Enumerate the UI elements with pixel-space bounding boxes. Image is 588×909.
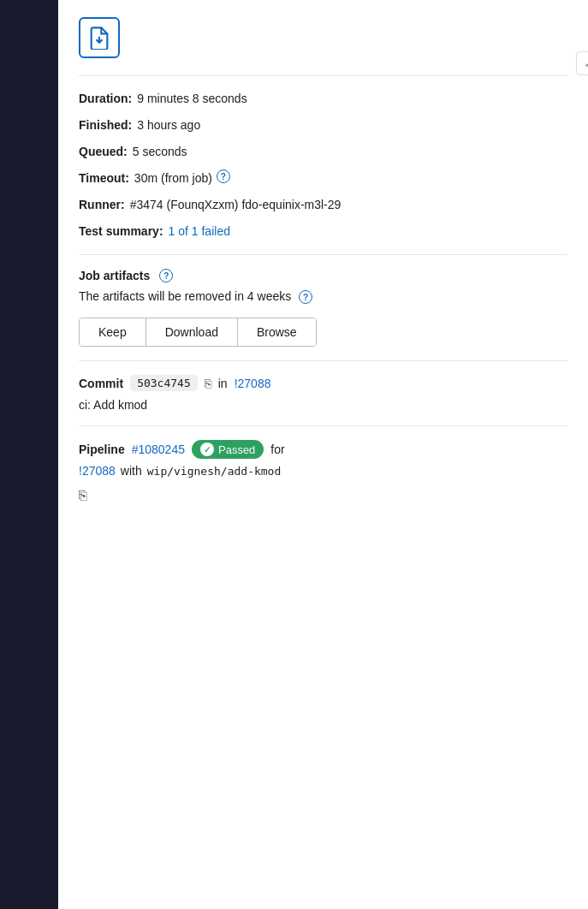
- timeout-help-icon[interactable]: ?: [217, 169, 230, 183]
- artifacts-description: The artifacts will be removed in 4 weeks…: [79, 288, 567, 306]
- divider-commit: [79, 360, 567, 361]
- pipeline-mr-link[interactable]: !27088: [79, 464, 116, 478]
- keep-button[interactable]: Keep: [80, 318, 146, 346]
- queued-label: Queued:: [79, 143, 128, 161]
- job-artifacts-section: Job artifacts ? The artifacts will be re…: [79, 269, 567, 347]
- passed-label: Passed: [218, 443, 255, 456]
- commit-section: Commit 503c4745 ⎘ in !27088 ci: Add kmod: [79, 375, 567, 412]
- artifacts-button-group: Keep Download Browse: [79, 318, 317, 347]
- pipeline-copy-row: ⎘: [79, 484, 567, 503]
- pipeline-id-link[interactable]: #1080245: [132, 443, 185, 456]
- artifacts-desc-text: The artifacts will be removed in 4 weeks: [79, 289, 291, 303]
- test-summary-row: Test summary: 1 of 1 failed: [79, 223, 567, 241]
- duration-label: Duration:: [79, 90, 132, 108]
- sidebar: [0, 0, 58, 909]
- commit-row: Commit 503c4745 ⎘ in !27088: [79, 375, 567, 391]
- commit-hash: 503c4745: [130, 375, 198, 391]
- duration-value: 9 minutes 8 seconds: [137, 90, 246, 108]
- pipeline-details-row: !27088 with wip/vignesh/add-kmod: [79, 464, 567, 478]
- timeout-label: Timeout:: [79, 169, 129, 187]
- commit-label: Commit: [79, 377, 123, 390]
- commit-message: ci: Add kmod: [79, 398, 567, 412]
- pipeline-row: Pipeline #1080245 ✓ Passed for: [79, 440, 567, 459]
- commit-copy-icon[interactable]: ⎘: [205, 377, 211, 390]
- pipeline-label: Pipeline: [79, 443, 125, 456]
- artifacts-help-icon[interactable]: ?: [159, 269, 173, 282]
- divider-top: [79, 75, 567, 76]
- queued-value: 5 seconds: [133, 143, 187, 161]
- browse-button[interactable]: Browse: [238, 318, 316, 346]
- pipeline-for-text: for: [270, 443, 284, 456]
- finished-row: Finished: 3 hours ago: [79, 116, 567, 134]
- commit-in-text: in: [218, 377, 228, 390]
- job-artifacts-title-text: Job artifacts: [79, 269, 150, 282]
- runner-label: Runner:: [79, 196, 125, 214]
- pipeline-branch: wip/vignesh/add-kmod: [147, 465, 282, 478]
- test-summary-link[interactable]: 1 of 1 failed: [169, 223, 230, 241]
- duration-row: Duration: 9 minutes 8 seconds: [79, 90, 567, 108]
- timeout-row: Timeout: 30m (from job) ?: [79, 169, 567, 187]
- pipeline-with-text: with: [121, 464, 142, 478]
- timeout-value: 30m (from job): [134, 169, 212, 187]
- divider-artifacts: [79, 254, 567, 255]
- artifact-file-icon: [87, 26, 111, 50]
- commit-mr-link[interactable]: !27088: [235, 377, 271, 390]
- info-section: Duration: 9 minutes 8 seconds Finished: …: [79, 90, 567, 241]
- artifact-icon-box: [79, 17, 120, 58]
- download-button[interactable]: Download: [146, 318, 238, 346]
- finished-value: 3 hours ago: [137, 116, 200, 134]
- queued-row: Queued: 5 seconds: [79, 143, 567, 161]
- sidebar-expand-button[interactable]: ⤢: [576, 51, 588, 75]
- test-summary-label: Test summary:: [79, 223, 163, 241]
- pipeline-copy-icon[interactable]: ⎘: [79, 488, 87, 503]
- pipeline-section: Pipeline #1080245 ✓ Passed for !27088 wi…: [79, 440, 567, 503]
- job-artifacts-title: Job artifacts ?: [79, 269, 567, 282]
- divider-pipeline: [79, 425, 567, 426]
- passed-badge: ✓ Passed: [192, 440, 264, 459]
- runner-row: Runner: #3474 (FounqXzxm) fdo-equinix-m3…: [79, 196, 567, 214]
- artifacts-expiry-help-icon[interactable]: ?: [299, 290, 312, 304]
- passed-check-icon: ✓: [200, 443, 214, 456]
- runner-value: #3474 (FounqXzxm) fdo-equinix-m3l-29: [130, 196, 342, 214]
- main-content: Duration: 9 minutes 8 seconds Finished: …: [58, 0, 588, 909]
- finished-label: Finished:: [79, 116, 132, 134]
- expand-icon: ⤢: [585, 58, 589, 69]
